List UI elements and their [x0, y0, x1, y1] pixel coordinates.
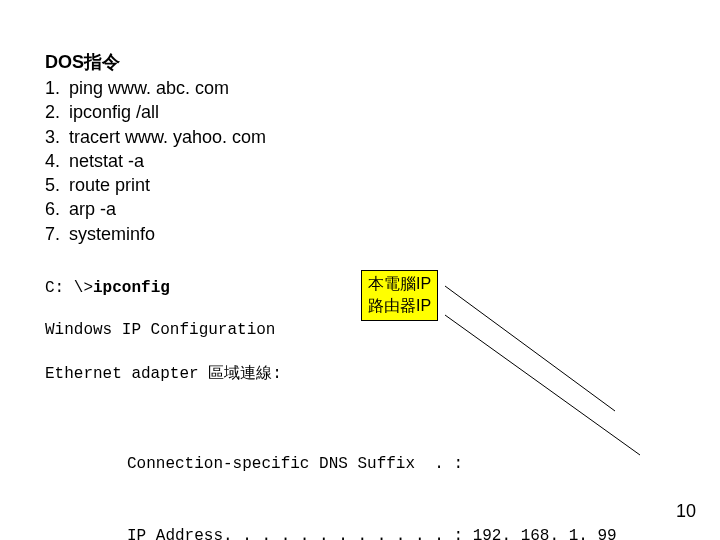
command-text: route print [69, 173, 150, 197]
command-text: netstat -a [69, 149, 144, 173]
callout-box: 本電腦IP 路由器IP [361, 270, 438, 321]
command-row: 1. ping www. abc. com [45, 76, 675, 100]
command-number: 6. [45, 197, 69, 221]
command-text: arp -a [69, 197, 116, 221]
command-number: 4. [45, 149, 69, 173]
svg-line-1 [445, 315, 640, 455]
page-number: 10 [676, 501, 696, 522]
command-number: 5. [45, 173, 69, 197]
command-text: tracert www. yahoo. com [69, 125, 266, 149]
terminal-output: C: \>ipconfig Windows IP Configuration 本… [45, 276, 675, 540]
command-list: 1. ping www. abc. com 2. ipconfig /all 3… [45, 76, 675, 246]
terminal-prompt-prefix: C: \> [45, 279, 93, 297]
callout-line-2: 路由器IP [368, 295, 431, 317]
command-row: 5. route print [45, 173, 675, 197]
command-number: 7. [45, 222, 69, 246]
command-row: 4. netstat -a [45, 149, 675, 173]
command-number: 2. [45, 100, 69, 124]
command-row: 6. arp -a [45, 197, 675, 221]
command-number: 3. [45, 125, 69, 149]
command-row: 3. tracert www. yahoo. com [45, 125, 675, 149]
command-number: 1. [45, 76, 69, 100]
command-row: 2. ipconfig /all [45, 100, 675, 124]
command-text: ipconfig /all [69, 100, 159, 124]
command-text: ping www. abc. com [69, 76, 229, 100]
terminal-row-ip-address: IP Address. . . . . . . . . . . . : 192.… [127, 524, 675, 540]
command-text: systeminfo [69, 222, 155, 246]
callout-line-1: 本電腦IP [368, 273, 431, 295]
command-row: 7. systeminfo [45, 222, 675, 246]
terminal-command: ipconfig [93, 279, 170, 297]
heading-dos: DOS指令 [45, 50, 675, 74]
callout-line-to-gateway [445, 315, 685, 475]
